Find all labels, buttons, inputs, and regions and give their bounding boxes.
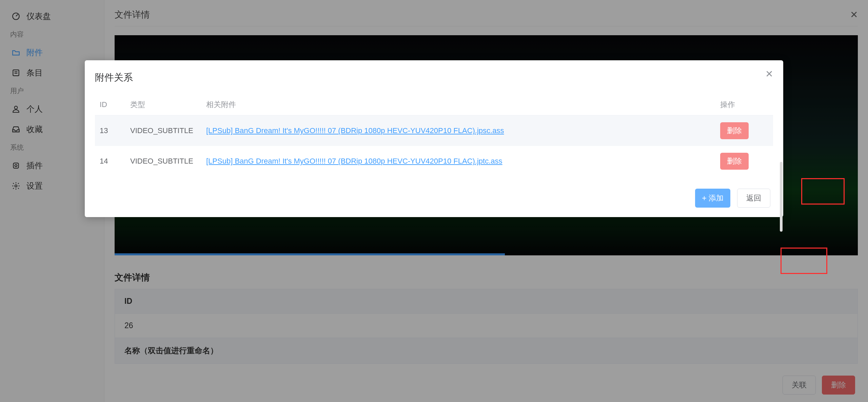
back-button[interactable]: 返回 (737, 189, 770, 208)
modal-attachment-relations: 附件关系 ✕ ID 类型 相关附件 操作 13 VIDEO_SUBTITLE [… (85, 60, 783, 217)
add-button[interactable]: +添加 (695, 189, 730, 208)
row-delete-button[interactable]: 删除 (720, 122, 749, 139)
row-delete-button[interactable]: 删除 (720, 153, 749, 170)
col-id: ID (95, 94, 125, 115)
add-button-label: 添加 (709, 193, 724, 203)
relations-table: ID 类型 相关附件 操作 13 VIDEO_SUBTITLE [LPSub] … (95, 94, 773, 176)
cell-id: 13 (95, 115, 125, 146)
cell-file: [LPSub] BanG Dream! It's MyGO!!!!! 07 (B… (201, 115, 715, 146)
modal-close-icon[interactable]: ✕ (765, 68, 773, 80)
table-row: 14 VIDEO_SUBTITLE [LPSub] BanG Dream! It… (95, 146, 773, 176)
modal-body: ID 类型 相关附件 操作 13 VIDEO_SUBTITLE [LPSub] … (95, 94, 773, 176)
cell-type: VIDEO_SUBTITLE (125, 115, 201, 146)
col-type: 类型 (125, 94, 201, 115)
cell-action: 删除 (715, 115, 773, 146)
plus-icon: + (702, 194, 707, 202)
cell-type: VIDEO_SUBTITLE (125, 146, 201, 176)
table-row: 13 VIDEO_SUBTITLE [LPSub] BanG Dream! It… (95, 115, 773, 146)
cell-action: 删除 (715, 146, 773, 176)
col-related: 相关附件 (201, 94, 715, 115)
scrollbar[interactable] (780, 162, 783, 232)
cell-file: [LPSub] BanG Dream! It's MyGO!!!!! 07 (B… (201, 146, 715, 176)
modal-footer: +添加 返回 (95, 189, 773, 208)
cell-id: 14 (95, 146, 125, 176)
col-action: 操作 (715, 94, 773, 115)
modal-title: 附件关系 (95, 71, 773, 90)
attachment-link[interactable]: [LPSub] BanG Dream! It's MyGO!!!!! 07 (B… (206, 157, 502, 165)
attachment-link[interactable]: [LPSub] BanG Dream! It's MyGO!!!!! 07 (B… (206, 126, 504, 135)
